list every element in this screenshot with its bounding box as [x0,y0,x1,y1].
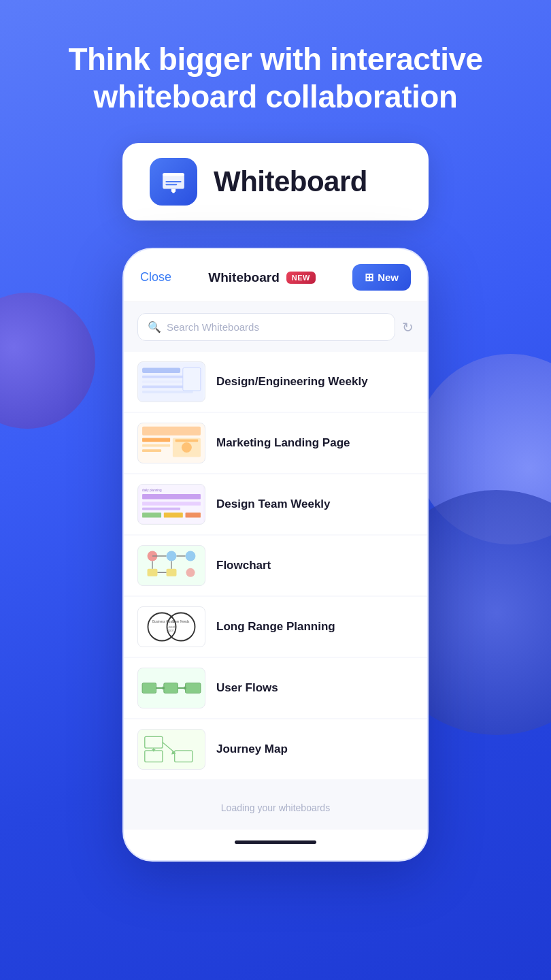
whiteboard-thumbnail: Business Goals User Needs Sweet Spot [137,606,205,647]
new-button-label: New [378,272,399,283]
phone-mockup: Close Whiteboard NEW ⊞ New 🔍 Search Whit… [122,248,429,862]
whiteboard-name: Design/Engineering Weekly [216,375,368,389]
list-item[interactable]: Flowchart [124,536,427,595]
refresh-icon[interactable]: ↻ [402,319,414,336]
svg-rect-5 [171,189,176,192]
whiteboard-thumbnail: daily planning [137,484,205,525]
app-title: Whiteboard [208,270,280,285]
search-container: 🔍 Search Whiteboards ↻ [124,302,427,346]
svg-text:Sweet: Sweet [167,625,176,629]
brand-card: Whiteboard [122,143,429,220]
svg-rect-7 [142,368,180,373]
svg-rect-26 [142,513,161,518]
svg-rect-10 [142,386,186,389]
whiteboard-thumbnail [137,361,205,402]
svg-point-35 [186,568,195,577]
new-button-icon: ⊞ [365,271,373,284]
svg-rect-1 [163,174,184,176]
search-placeholder-text: Search Whiteboards [167,321,259,333]
svg-text:daily planning: daily planning [142,489,162,493]
hero-title: Think bigger with interactive whiteboard… [27,41,524,116]
header-center: Whiteboard NEW [208,270,316,285]
whiteboard-list: Design/Engineering Weekly Marketing Land… [124,346,427,786]
svg-rect-49 [142,683,156,693]
svg-rect-15 [142,438,170,442]
close-button[interactable]: Close [140,270,171,284]
whiteboard-name: Long Range Planning [216,620,335,634]
svg-rect-25 [142,508,180,510]
decorative-blob-left [0,293,95,429]
svg-rect-16 [142,444,170,447]
svg-rect-24 [142,502,201,506]
whiteboard-name: Journey Map [216,742,288,756]
list-item[interactable]: Business Goals User Needs Sweet Spot Lon… [124,597,427,657]
svg-text:Spot: Spot [167,630,173,633]
whiteboard-name: User Flows [216,681,278,695]
svg-rect-20 [176,440,199,442]
whiteboard-name: Marketing Landing Page [216,436,350,450]
svg-rect-50 [164,683,178,693]
whiteboard-name: Design Team Weekly [216,497,331,511]
whiteboard-logo-icon [161,169,186,195]
svg-rect-51 [186,683,201,693]
svg-rect-27 [164,513,183,518]
svg-point-32 [186,551,196,561]
search-box[interactable]: 🔍 Search Whiteboards [137,313,395,341]
search-row: 🔍 Search Whiteboards ↻ [137,313,414,341]
list-item[interactable]: User Flows [124,658,427,718]
svg-rect-12 [183,368,201,391]
loading-text: Loading your whiteboards [124,786,427,830]
whiteboard-thumbnail [137,423,205,463]
home-indicator [235,840,316,844]
whiteboard-name: Flowchart [216,559,271,572]
svg-text:Business Goals: Business Goals [152,621,175,624]
svg-rect-14 [142,427,201,436]
hero-section: Think bigger with interactive whiteboard… [0,41,551,116]
svg-point-31 [167,551,177,561]
svg-text:User Needs: User Needs [173,621,190,624]
list-item[interactable]: Design/Engineering Weekly [124,352,427,412]
new-badge: NEW [286,272,316,284]
brand-name: Whiteboard [214,165,367,198]
search-icon: 🔍 [148,321,161,333]
svg-point-19 [182,442,192,453]
svg-rect-34 [167,569,177,576]
whiteboard-thumbnail [137,668,205,708]
list-item[interactable]: Journey Map [124,719,427,779]
svg-rect-28 [186,513,201,518]
list-item[interactable]: Marketing Landing Page [124,413,427,473]
list-item[interactable]: daily planning Design Team Weekly [124,474,427,534]
svg-rect-33 [148,569,158,576]
whiteboard-thumbnail [137,729,205,770]
app-header: Close Whiteboard NEW ⊞ New [124,249,427,302]
svg-rect-23 [142,494,201,499]
whiteboard-thumbnail [137,545,205,586]
brand-icon [150,158,197,206]
svg-rect-17 [142,450,161,453]
svg-rect-11 [142,391,193,393]
new-whiteboard-button[interactable]: ⊞ New [352,264,411,291]
